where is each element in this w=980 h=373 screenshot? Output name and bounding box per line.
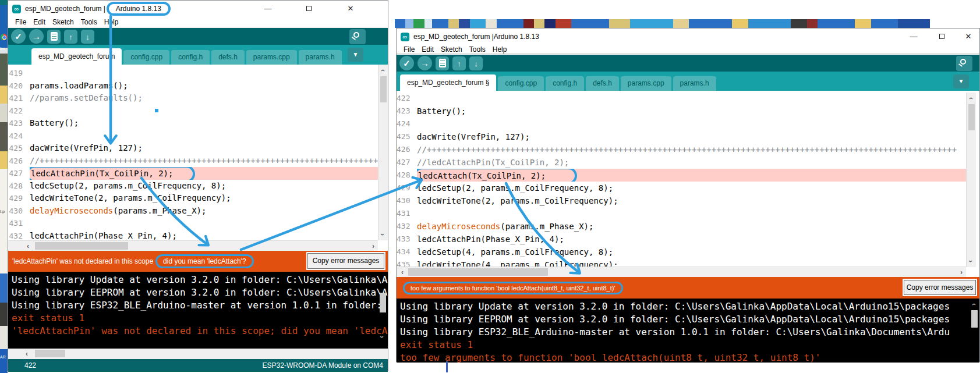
menu-sketch[interactable]: Sketch [49, 18, 77, 26]
scroll-left-icon[interactable]: ‹ [401, 269, 404, 276]
console-vertical-scrollbar[interactable]: › [378, 272, 388, 349]
scroll-right-icon[interactable]: › [960, 269, 963, 276]
upload-icon[interactable]: → [418, 56, 432, 70]
tab-config-cpp[interactable]: config.cpp [498, 76, 544, 91]
code-line-423: 423Battery(); [397, 105, 970, 118]
line-number: 434 [397, 246, 417, 258]
title-bar[interactable]: ∞ esp_MD_geotech_forum | Arduino 1.8.13 … [8, 1, 388, 17]
chrome-icon[interactable] [1, 34, 7, 40]
scroll-up-icon[interactable]: › [967, 97, 974, 100]
copy-error-messages-button[interactable]: Copy error messages [904, 280, 976, 295]
tab-config-h[interactable]: config.h [171, 50, 210, 65]
editor-vertical-scrollbar[interactable]: › › [378, 65, 388, 240]
verify-icon[interactable]: ✓ [399, 56, 414, 70]
editor-horizontal-scrollbar[interactable]: ‹ › [8, 240, 378, 251]
window-title: esp_MD_geotech_forum | [25, 5, 105, 13]
console-line: Using library EEPROM at version 3.2.0 in… [400, 313, 979, 326]
console-vertical-scrollbar[interactable]: › [970, 299, 979, 363]
tab-defs-h[interactable]: defs.h [586, 76, 619, 91]
folder-icon[interactable] [0, 86, 8, 104]
maximize-button[interactable] [932, 30, 951, 42]
tab-esp-md-geotech-forum[interactable]: esp_MD_geotech_forum [31, 48, 122, 65]
tab-params-cpp[interactable]: params.cpp [246, 50, 297, 65]
save-icon[interactable]: ↓ [469, 56, 483, 70]
error-message-bar: too few arguments to function 'bool ledc… [397, 277, 979, 299]
build-console[interactable]: Using library Update at version 3.2.0 in… [397, 299, 979, 363]
screenshot-canvas: tro po t.p AR ∞ esp_MD_geotech_forum | A… [0, 0, 980, 373]
maximize-button[interactable] [299, 2, 318, 15]
line-number: 426 [8, 155, 30, 168]
new-sketch-icon[interactable] [436, 56, 449, 70]
tab-params-cpp[interactable]: params.cpp [621, 76, 671, 91]
desktop-fragment [0, 303, 8, 326]
annotation-circle-code: ledcAttachPin(Tx_CoilPin, 2); [30, 167, 195, 180]
scroll-down-icon[interactable]: › [967, 260, 974, 262]
desktop-fragment [0, 104, 8, 122]
scroll-down-icon[interactable]: › [379, 233, 386, 236]
editor-horizontal-scrollbar[interactable]: ‹ › [397, 267, 966, 277]
console-line: Using library EEPROM at version 3.2.0 in… [12, 286, 388, 299]
status-board-port: ESP32-WROOM-DA Module on COM4 [263, 361, 383, 370]
open-icon[interactable]: ↑ [64, 30, 77, 44]
close-button[interactable]: ✕ [341, 2, 360, 15]
arduino-app-icon: ∞ [12, 5, 21, 13]
tab-defs-h[interactable]: defs.h [211, 50, 245, 65]
console-line: Using library ESP32_BLE_Arduino-master a… [12, 299, 388, 312]
code-editor[interactable]: 419420params.loadParams();421//params.se… [8, 65, 388, 251]
error-message-text: too few arguments to function 'bool ledc… [403, 282, 623, 294]
code-line-431: 431 [8, 217, 378, 230]
menu-bar: FileEditSketchToolsHelp [397, 45, 979, 54]
build-console[interactable]: Using library Update at version 3.2.0 in… [8, 272, 388, 349]
scroll-left-icon[interactable]: ‹ [26, 350, 28, 357]
desktop-edge-strip: tro po t.p AR [0, 0, 8, 373]
line-number: 429 [397, 182, 417, 194]
menu-edit[interactable]: Edit [30, 18, 49, 26]
editor-vertical-scrollbar[interactable]: › › [966, 93, 976, 267]
close-button[interactable]: ✕ [959, 30, 978, 42]
menu-edit[interactable]: Edit [418, 45, 437, 54]
tab-overflow-icon[interactable]: ▼ [348, 48, 363, 62]
scroll-up-icon[interactable]: › [970, 303, 977, 305]
text-cursor-mark [446, 361, 448, 372]
document-icon[interactable] [0, 169, 8, 273]
menu-file[interactable]: File [12, 18, 30, 26]
scroll-up-icon[interactable]: › [379, 69, 386, 72]
minimize-button[interactable]: — [259, 2, 277, 15]
copy-error-messages-button[interactable]: Copy error messages [307, 253, 384, 269]
title-bar[interactable]: ∞ esp_MD_geotech_forum | Arduino 1.8.13 … [397, 29, 979, 45]
desktop-fragment [0, 349, 8, 373]
menu-help[interactable]: Help [489, 45, 511, 54]
scroll-left-icon[interactable]: ‹ [27, 243, 29, 250]
tab-params-h[interactable]: params.h [299, 50, 342, 65]
folder-icon[interactable] [0, 151, 8, 169]
scroll-right-icon[interactable]: › [372, 243, 374, 250]
serial-monitor-icon[interactable] [349, 29, 366, 44]
tab-config-h[interactable]: config.h [546, 76, 584, 91]
tab-overflow-icon[interactable]: ▼ [953, 74, 969, 88]
serial-monitor-icon[interactable] [956, 56, 972, 71]
tab-esp-md-geotech-forum[interactable]: esp_MD_geotech_forum § [400, 74, 496, 91]
code-editor[interactable]: 422423Battery();424425dacWrite(VrefPin, … [397, 91, 979, 277]
code-line-422: 422 [397, 92, 970, 105]
arduino-app-icon: ∞ [401, 33, 409, 41]
menu-tools[interactable]: Tools [466, 45, 489, 54]
open-icon[interactable]: ↑ [452, 56, 466, 70]
minimize-button[interactable]: — [904, 30, 923, 42]
scroll-down-icon[interactable]: › [378, 336, 385, 338]
code-line-426: 426//+++++++++++++++++++++++++++++++++++… [8, 155, 378, 168]
upload-icon[interactable]: → [29, 29, 44, 44]
console-horizontal-scrollbar[interactable]: ‹ [8, 349, 388, 359]
line-number: 428 [397, 169, 417, 182]
tab-config-cpp[interactable]: config.cpp [123, 50, 169, 65]
line-number: 423 [8, 117, 30, 130]
tab-params-h[interactable]: params.h [673, 76, 716, 91]
new-sketch-icon[interactable] [47, 30, 61, 44]
menu-file[interactable]: File [400, 45, 418, 54]
menu-tools[interactable]: Tools [77, 18, 101, 26]
error-message-bar: 'ledcAttachPin' was not declared in this… [8, 251, 388, 272]
verify-icon[interactable]: ✓ [11, 29, 26, 44]
menu-sketch[interactable]: Sketch [437, 45, 466, 54]
line-number: 424 [8, 130, 30, 143]
menu-help[interactable]: Help [101, 18, 122, 26]
save-icon[interactable]: ↓ [81, 30, 94, 44]
